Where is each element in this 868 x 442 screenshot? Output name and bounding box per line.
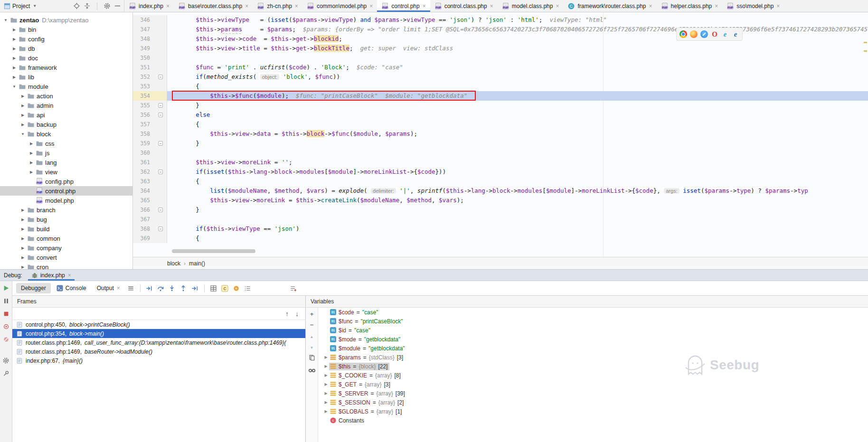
chevron-right-icon[interactable]: ▶ <box>323 400 329 404</box>
tree-item-branch[interactable]: ▶branch <box>0 205 132 215</box>
hamburger-button[interactable] <box>126 283 136 293</box>
frame-row-1[interactable]: control.php:354, block->main() <box>12 329 305 338</box>
gutter-fold-area[interactable] <box>155 101 167 110</box>
gutter-fold-area[interactable] <box>155 72 167 82</box>
mute-breakpoints-button[interactable] <box>3 336 9 345</box>
crosshair-icon[interactable] <box>73 2 80 9</box>
tree-item-admin[interactable]: ▶admin <box>0 101 132 110</box>
tree-item-db[interactable]: ▶db <box>0 44 132 53</box>
code-line-358[interactable]: 358 $this->view->data = $this->block->$f… <box>133 129 868 139</box>
code-line-356[interactable]: 356 else <box>133 110 868 120</box>
close-icon[interactable]: × <box>715 3 718 9</box>
close-icon[interactable]: × <box>166 3 170 9</box>
editor-tab-index-php[interactable]: PHPindex.php× <box>124 0 174 12</box>
code-line-366[interactable]: 366 } <box>133 205 868 215</box>
chevron-right-icon[interactable]: ▶ <box>19 113 27 117</box>
chevron-right-icon[interactable]: ▶ <box>19 236 27 241</box>
variable-row-module[interactable]: 01$module="getblockdata" <box>318 344 868 353</box>
line-number[interactable]: 365 <box>133 196 155 205</box>
chevron-down-icon[interactable]: ▼ <box>19 132 27 136</box>
settings-button[interactable] <box>2 357 9 366</box>
variables-watch-glasses-button[interactable] <box>308 366 316 375</box>
line-number[interactable]: 368 <box>133 224 155 234</box>
chevron-right-icon[interactable]: ▶ <box>19 103 27 108</box>
line-number[interactable]: 367 <box>133 215 155 224</box>
error-stripe-mark[interactable] <box>864 50 867 52</box>
variable-row-_cookie[interactable]: ▶$_COOKIE={array} [8] <box>318 371 868 380</box>
chevron-down-icon[interactable]: ▼ <box>2 18 9 22</box>
chevron-right-icon[interactable]: ▶ <box>10 28 18 32</box>
chevron-right-icon[interactable]: ▶ <box>19 246 27 250</box>
close-icon[interactable]: × <box>776 3 780 9</box>
tree-item-common[interactable]: ▶common <box>0 234 132 243</box>
chevron-right-icon[interactable]: ▶ <box>28 141 35 146</box>
line-number[interactable]: 359 <box>133 139 155 148</box>
code-line-360[interactable]: 360 <box>133 148 868 158</box>
error-stripe-mark[interactable] <box>864 42 867 43</box>
chevron-right-icon[interactable]: ▶ <box>10 75 18 79</box>
chevron-right-icon[interactable]: ▶ <box>19 217 27 222</box>
variable-row-globals[interactable]: ▶$GLOBALS={array} [1] <box>318 407 868 416</box>
ie-browser-icon[interactable]: e <box>721 30 729 38</box>
tree-item-view[interactable]: ▶view <box>0 167 132 177</box>
code-line-350[interactable]: 350 <box>133 53 868 63</box>
tree-item-convert[interactable]: ▶convert <box>0 253 132 262</box>
pin-button[interactable] <box>3 370 9 379</box>
line-number[interactable]: 349 <box>133 44 155 53</box>
code-line-363[interactable]: 363 { <box>133 177 868 186</box>
chevron-right-icon[interactable]: ▶ <box>323 373 329 377</box>
chevron-right-icon[interactable]: ▶ <box>323 391 329 395</box>
frame-row-0[interactable]: control.php:450, block->printCaseBlock() <box>12 320 305 329</box>
variables-copy-button[interactable] <box>309 354 315 362</box>
editor-tab-framework-router-class-php[interactable]: Cframework\router.class.php× <box>563 0 656 12</box>
fold-marker-icon[interactable] <box>158 103 163 108</box>
line-number[interactable]: 361 <box>133 158 155 167</box>
tree-item-bug[interactable]: ▶bug <box>0 215 132 224</box>
chevron-right-icon[interactable]: ▶ <box>19 122 27 127</box>
variable-row-id[interactable]: 01$id="case" <box>318 326 868 335</box>
tree-item-control-php[interactable]: PHPcontrol.php <box>0 186 132 196</box>
tree-item-model-php[interactable]: PHPmodel.php <box>0 196 132 205</box>
editor-tab-control-php[interactable]: PHPcontrol.php× <box>377 0 430 12</box>
resume-button[interactable] <box>3 285 9 293</box>
chevron-right-icon[interactable]: ▶ <box>10 37 18 41</box>
tree-item-config-php[interactable]: PHPconfig.php <box>0 177 132 186</box>
c-badge-button[interactable]: C <box>220 283 230 293</box>
tree-item-framework[interactable]: ▶framework <box>0 63 132 72</box>
variable-row-params[interactable]: ▶$params={stdClass} [3] <box>318 353 868 362</box>
line-number[interactable]: 357 <box>133 120 155 129</box>
line-number[interactable]: 356 <box>133 110 155 120</box>
add-watch-button[interactable] <box>288 283 299 293</box>
close-icon[interactable]: × <box>369 3 373 9</box>
line-number[interactable]: 346 <box>133 15 155 25</box>
chevron-right-icon[interactable]: ▶ <box>323 409 329 414</box>
safari-browser-icon[interactable] <box>700 30 708 38</box>
close-icon[interactable]: × <box>490 3 493 9</box>
tree-item-js[interactable]: ▶js <box>0 148 132 158</box>
chevron-right-icon[interactable]: ▶ <box>19 227 27 231</box>
chevron-right-icon[interactable]: ▶ <box>19 255 27 260</box>
editor-tab-zh-cn-php[interactable]: PHPzh-cn.php× <box>253 0 302 12</box>
fold-marker-icon[interactable] <box>158 169 163 174</box>
editor-tab-model-class-php[interactable]: PHPmodel.class.php× <box>498 0 564 12</box>
code-line-364[interactable]: 364 list($moduleName, $method, $vars) = … <box>133 186 868 196</box>
close-icon[interactable]: × <box>556 3 559 9</box>
tree-item-css[interactable]: ▶css <box>0 139 132 148</box>
code-line-348[interactable]: 348 $this->view->code = $this->get->bloc… <box>133 34 868 44</box>
variables-add-button[interactable]: + <box>310 310 314 318</box>
line-number[interactable]: 354 <box>133 91 155 101</box>
frame-row-3[interactable]: router.class.php:1469, baseRouter->loadM… <box>12 347 305 356</box>
code-line-352[interactable]: 352 if(method_exists( object: 'block', $… <box>133 72 868 82</box>
view-breakpoints-button[interactable] <box>3 323 9 332</box>
line-number[interactable]: 369 <box>133 234 155 243</box>
fold-marker-icon[interactable] <box>158 226 163 231</box>
fold-marker-icon[interactable] <box>158 75 163 79</box>
gutter-fold-area[interactable] <box>155 139 167 148</box>
minimize-icon[interactable] <box>114 2 121 9</box>
fold-marker-icon[interactable] <box>158 207 163 212</box>
tree-item-action[interactable]: ▶action <box>0 91 132 101</box>
frame-row-2[interactable]: router.class.php:1469, call_user_func_ar… <box>12 338 305 347</box>
tree-item-build[interactable]: ▶build <box>0 224 132 234</box>
tree-item-backup[interactable]: ▶backup <box>0 120 132 129</box>
line-number[interactable]: 363 <box>133 177 155 186</box>
